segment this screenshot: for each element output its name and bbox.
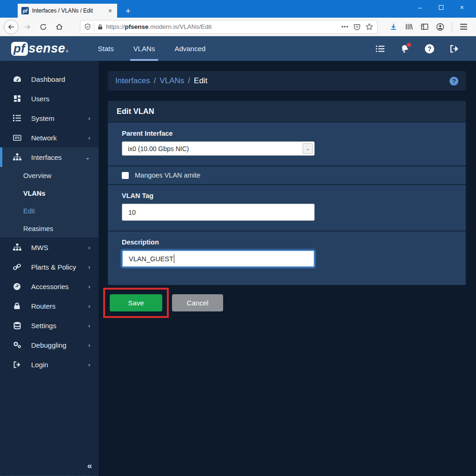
sitemap-icon — [13, 244, 21, 251]
sidebar-subitem-vlans[interactable]: VLANs — [0, 185, 99, 202]
reload-button[interactable] — [36, 20, 50, 34]
vlan-tag-label: VLAN Tag — [122, 192, 452, 199]
bookmark-star-icon[interactable] — [365, 23, 373, 31]
vlan-checkbox-label: Mangoes VLAN amite — [135, 172, 200, 179]
url-path: .modern.is/VLANs/Edit — [149, 23, 212, 30]
main-content: Interfaces / VLANs / Edit ? Edit VLAN Pa… — [99, 61, 476, 476]
save-highlight-annotation: Save — [103, 288, 169, 318]
description-input[interactable]: VLAN_GUEST — [122, 250, 315, 267]
toolbar-divider — [452, 22, 452, 32]
reload-icon — [40, 23, 47, 31]
breadcrumb-help-icon[interactable]: ? — [450, 77, 458, 86]
network-card-icon — [13, 134, 21, 141]
list-menu-icon[interactable] — [375, 44, 385, 54]
nav-vlans[interactable]: VLANs — [124, 36, 165, 61]
sidebar-item-interfaces[interactable]: Interfaces ⌄ — [0, 147, 99, 167]
save-button[interactable]: Save — [110, 294, 162, 311]
parent-interface-value: ix0 (10.00 Gbps NIC) — [122, 145, 303, 152]
chevron-right-icon: › — [88, 244, 90, 251]
chevron-right-icon: › — [88, 361, 90, 368]
list-icon — [13, 115, 21, 121]
logout-icon[interactable] — [449, 44, 459, 54]
gears-icon — [13, 341, 21, 349]
pfsense-favicon: pf — [21, 7, 29, 14]
lock-icon — [13, 302, 21, 310]
sidebar-item-settings[interactable]: Settings › — [0, 316, 99, 335]
sidebar-item-plarts-policy[interactable]: Plarts & Policy › — [0, 257, 99, 277]
description-value: VLAN_GUEST — [129, 255, 173, 263]
vlan-tag-input[interactable]: 10 — [122, 204, 315, 221]
back-button[interactable] — [4, 20, 19, 34]
browser-titlebar: pf Interfaces / VLANs / Edit × + – × — [0, 0, 476, 18]
forward-button[interactable] — [20, 20, 34, 34]
vlan-tag-row: VLAN Tag 10 — [108, 184, 466, 231]
sidebar-subitem-reasimes[interactable]: Reasimes — [0, 220, 99, 238]
pocket-icon[interactable] — [353, 23, 361, 31]
sidebar-collapse-icon[interactable]: « — [87, 461, 92, 471]
sidebar-toggle-icon[interactable] — [421, 23, 429, 31]
grid-icon — [13, 95, 21, 102]
sidebar-item-accessories[interactable]: Accessories › — [0, 277, 99, 296]
urlbar-divider — [94, 23, 94, 31]
account-icon[interactable] — [436, 23, 444, 31]
breadcrumb-vlans-link[interactable]: VLANs — [159, 76, 184, 86]
parent-interface-label: Parent Interface — [122, 130, 452, 137]
parent-interface-select[interactable]: ix0 (10.00 Gbps NIC) ⌄ — [122, 141, 315, 156]
vlan-checkbox-row: Mangoes VLAN amite — [108, 165, 466, 184]
menu-hamburger-icon[interactable] — [460, 23, 468, 30]
sidebar-item-system[interactable]: System › — [0, 108, 99, 128]
library-icon[interactable] — [405, 23, 413, 31]
home-button[interactable] — [52, 20, 66, 34]
chevron-right-icon: › — [88, 264, 90, 271]
vlan-checkbox[interactable] — [122, 172, 129, 179]
description-label: Description — [122, 238, 452, 246]
cancel-button[interactable]: Cancel — [172, 294, 223, 311]
sidebar-item-users[interactable]: Users — [0, 89, 99, 108]
pfsense-logo[interactable]: pf sense ® — [11, 41, 69, 56]
help-icon[interactable]: ? — [424, 44, 435, 54]
sidebar-item-network[interactable]: Network › — [0, 128, 99, 147]
nav-stats[interactable]: Stats — [88, 36, 124, 61]
address-bar[interactable]: https://pfsense.modern.is/VLANs/Edit ••• — [80, 20, 377, 34]
window-minimize-button[interactable]: – — [410, 4, 430, 11]
downloads-icon[interactable] — [390, 23, 397, 31]
sidebar-item-dashboard[interactable]: Dashboard — [0, 69, 99, 89]
tab-close-icon[interactable]: × — [107, 7, 113, 14]
sidebar-item-debuggling[interactable]: Debuggling › — [0, 335, 99, 355]
breadcrumb-interfaces-link[interactable]: Interfaces — [115, 76, 150, 86]
url-domain: pfsense — [125, 23, 149, 30]
page-actions-icon[interactable]: ••• — [341, 24, 349, 30]
lock-icon — [97, 24, 103, 30]
vlan-tag-value: 10 — [128, 209, 136, 216]
breadcrumb-current: Edit — [194, 76, 207, 86]
form-buttons: Save Cancel — [108, 288, 466, 318]
chevron-down-icon: ⌄ — [303, 143, 313, 154]
tracking-shield-icon — [84, 23, 91, 30]
sidebar: Dashboard Users System › Network › — [0, 61, 99, 476]
breadcrumb-separator: / — [188, 76, 190, 86]
chevron-right-icon: › — [88, 342, 90, 349]
sidebar-item-routers[interactable]: Routers › — [0, 296, 99, 316]
new-tab-button[interactable]: + — [122, 6, 134, 16]
description-row: Description VLAN_GUEST — [108, 231, 466, 285]
sidebar-subitem-edit[interactable]: Edit — [0, 202, 99, 220]
chevron-right-icon: › — [88, 134, 90, 141]
notifications-bell-icon[interactable] — [400, 44, 410, 54]
top-navigation: Stats VLANs Advanced — [88, 36, 216, 61]
browser-tab[interactable]: pf Interfaces / VLANs / Edit × — [18, 4, 117, 18]
sidebar-item-login[interactable]: Login › — [0, 355, 99, 374]
sidebar-item-mws[interactable]: MWS › — [0, 238, 99, 257]
database-icon — [13, 322, 21, 330]
sidebar-subitem-overview[interactable]: Overview — [0, 167, 99, 185]
window-close-button[interactable]: × — [451, 4, 472, 11]
home-icon — [55, 23, 63, 31]
chevron-right-icon: › — [88, 283, 90, 290]
gauge-icon — [13, 75, 21, 83]
window-maximize-button[interactable] — [430, 4, 451, 11]
browser-toolbar: https://pfsense.modern.is/VLANs/Edit ••• — [0, 18, 476, 36]
breadcrumb-separator: / — [154, 76, 156, 86]
sidebar-group-interfaces: Interfaces ⌄ Overview VLANs Edit Reasime… — [0, 147, 99, 238]
chevron-right-icon: › — [88, 322, 90, 329]
nav-advanced[interactable]: Advanced — [165, 36, 215, 61]
dial-icon — [13, 283, 21, 291]
